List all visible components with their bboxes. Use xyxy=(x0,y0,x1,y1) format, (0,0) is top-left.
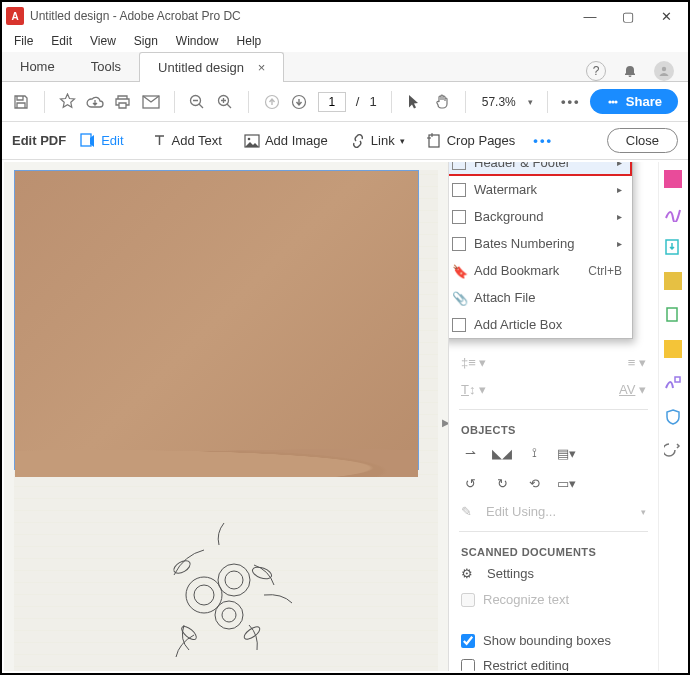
print-icon[interactable] xyxy=(114,93,132,111)
page-area[interactable]: YOUR EYES LIGHT UP WHEN xyxy=(4,162,448,671)
bell-icon[interactable] xyxy=(622,63,638,79)
tab-document[interactable]: Untitled design × xyxy=(139,52,284,82)
document-page[interactable]: YOUR EYES LIGHT UP WHEN xyxy=(14,170,438,671)
hand-icon[interactable] xyxy=(433,93,451,111)
text-icon xyxy=(152,133,167,148)
menu-file[interactable]: File xyxy=(6,32,41,50)
flip-h-icon[interactable]: ⇀ xyxy=(461,444,479,462)
crop-pages-tool[interactable]: Crop Pages xyxy=(419,129,524,153)
share-button[interactable]: Share xyxy=(590,89,678,114)
article-icon xyxy=(452,318,466,332)
cloud-icon[interactable] xyxy=(86,93,104,111)
help-icon[interactable]: ? xyxy=(586,61,606,81)
prev-page-icon[interactable] xyxy=(263,93,281,111)
submenu-attach[interactable]: 📎Attach File xyxy=(448,284,632,311)
settings-row[interactable]: ⚙ Settings xyxy=(449,560,658,587)
menu-help[interactable]: Help xyxy=(229,32,270,50)
star-icon[interactable] xyxy=(59,93,77,111)
sidebar-page-icon[interactable] xyxy=(664,306,682,324)
pointer-icon[interactable] xyxy=(406,93,424,111)
sidebar-protect-icon[interactable] xyxy=(664,408,682,426)
arrange-icon[interactable]: ▤▾ xyxy=(557,444,575,462)
svg-rect-9 xyxy=(81,134,91,146)
menu-edit[interactable]: Edit xyxy=(43,32,80,50)
spacing-row: ‡≡ ▾≡ ▾ xyxy=(449,349,658,376)
bounding-checkbox-input[interactable] xyxy=(461,634,475,648)
submenu-article[interactable]: Add Article Box xyxy=(448,311,632,338)
bounding-boxes-checkbox[interactable]: Show bounding boxes xyxy=(449,628,658,653)
svg-rect-12 xyxy=(429,135,439,147)
minimize-button[interactable]: ― xyxy=(580,6,600,26)
objects-heading: OBJECTS xyxy=(449,416,658,438)
menu-view[interactable]: View xyxy=(82,32,124,50)
sidebar-export-icon[interactable] xyxy=(664,238,682,256)
tab-tools[interactable]: Tools xyxy=(73,52,139,81)
pencil-icon: ✎ xyxy=(461,504,472,519)
submenu-bookmark[interactable]: 🔖Add BookmarkCtrl+B xyxy=(448,257,632,284)
svg-point-8 xyxy=(614,100,617,103)
svg-point-22 xyxy=(242,625,261,642)
restrict-checkbox-input[interactable] xyxy=(461,659,475,672)
share-icon xyxy=(606,95,620,109)
recognize-checkbox-input[interactable] xyxy=(461,593,475,607)
sidebar-pink-icon[interactable] xyxy=(664,170,682,188)
objects-row1: ⇀ ◣◢ ⟟ ▤▾ xyxy=(449,438,658,468)
restrict-editing-checkbox[interactable]: Restrict editing xyxy=(449,653,658,671)
page-separator: / xyxy=(356,94,360,109)
objects-row2: ↺ ↻ ⟲ ▭▾ xyxy=(449,468,658,498)
recognize-text-checkbox[interactable]: Recognize text xyxy=(449,587,658,612)
rotate-ccw-icon[interactable]: ↺ xyxy=(461,474,479,492)
submenu-watermark[interactable]: Watermark▸ xyxy=(448,176,632,203)
gear-icon: ⚙ xyxy=(461,566,473,581)
edit-icon xyxy=(80,133,96,149)
svg-point-11 xyxy=(248,137,251,140)
sidebar-comment-icon[interactable] xyxy=(664,340,682,358)
rotate-cw-icon[interactable]: ↻ xyxy=(493,474,511,492)
svg-point-16 xyxy=(225,571,243,589)
document-text[interactable]: YOUR EYES LIGHT UP WHEN xyxy=(109,668,388,671)
zoom-out-icon[interactable] xyxy=(189,93,207,111)
menubar: File Edit View Sign Window Help xyxy=(2,30,688,52)
sidebar-organize-icon[interactable] xyxy=(664,272,682,290)
svg-point-7 xyxy=(611,100,614,103)
submenu-background[interactable]: Background▸ xyxy=(448,203,632,230)
more-edit-tools[interactable]: ••• xyxy=(529,129,557,152)
tab-document-label: Untitled design xyxy=(158,60,244,75)
close-window-button[interactable]: ✕ xyxy=(656,6,676,26)
page-number-input[interactable] xyxy=(318,92,346,112)
zoom-in-icon[interactable] xyxy=(216,93,234,111)
align-obj-icon[interactable]: ▭▾ xyxy=(557,474,575,492)
edit-tool[interactable]: Edit xyxy=(72,129,131,153)
zoom-select[interactable]: 57.3% xyxy=(480,95,518,109)
add-image-tool[interactable]: Add Image xyxy=(236,129,336,152)
add-text-tool[interactable]: Add Text xyxy=(144,129,230,152)
svg-point-17 xyxy=(215,601,243,629)
save-icon[interactable] xyxy=(12,93,30,111)
next-page-icon[interactable] xyxy=(290,93,308,111)
mirror-icon[interactable]: ◣◢ xyxy=(493,444,511,462)
sidebar-sign-icon[interactable] xyxy=(664,204,682,222)
menu-window[interactable]: Window xyxy=(168,32,227,50)
svg-point-20 xyxy=(251,565,273,581)
zoom-chevron-icon[interactable]: ▾ xyxy=(528,97,533,107)
sidebar-more-icon[interactable] xyxy=(664,442,682,460)
maximize-button[interactable]: ▢ xyxy=(618,6,638,26)
close-edit-button[interactable]: Close xyxy=(607,128,678,153)
submenu-header-footer[interactable]: Header & Footer▸ xyxy=(448,162,632,176)
svg-point-14 xyxy=(194,585,214,605)
user-avatar[interactable] xyxy=(654,61,674,81)
tab-home[interactable]: Home xyxy=(2,52,73,81)
menu-sign[interactable]: Sign xyxy=(126,32,166,50)
more-tools-icon[interactable]: ••• xyxy=(562,93,580,111)
link-tool[interactable]: Link▾ xyxy=(342,129,413,152)
flower-illustration xyxy=(134,515,314,665)
crop-obj-icon[interactable]: ⟟ xyxy=(525,444,543,462)
close-tab-icon[interactable]: × xyxy=(258,60,266,75)
texture-image[interactable] xyxy=(14,170,419,470)
mail-icon[interactable] xyxy=(142,93,160,111)
edit-using-row[interactable]: ✎ Edit Using...▾ xyxy=(449,498,658,525)
submenu-bates[interactable]: Bates Numbering▸ xyxy=(448,230,632,257)
bookmark-icon: 🔖 xyxy=(452,264,466,278)
replace-icon[interactable]: ⟲ xyxy=(525,474,543,492)
sidebar-fill-icon[interactable] xyxy=(664,374,682,392)
